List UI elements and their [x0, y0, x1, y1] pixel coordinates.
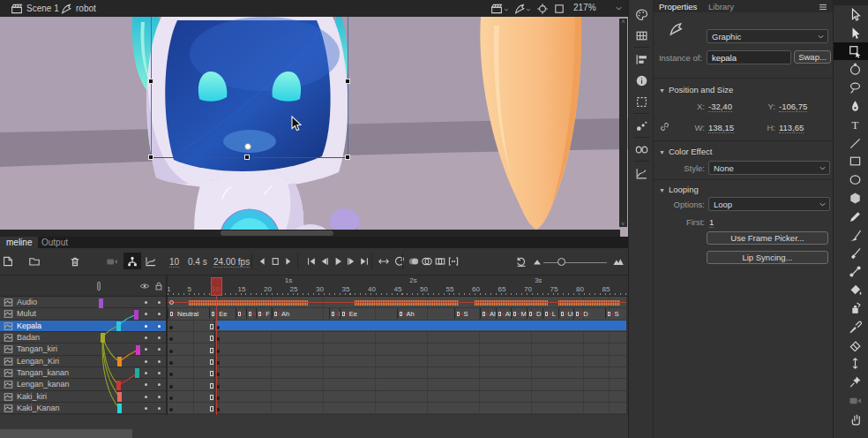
frame-ruler[interactable]: 1s2s3s 151015202530354045505560657075808… [168, 276, 626, 297]
lip-sync-segment[interactable]: Ah [496, 308, 512, 318]
text-tool[interactable]: T [834, 116, 868, 134]
layer-parent-swatch[interactable] [117, 392, 122, 402]
lip-sync-segment[interactable]: L [542, 308, 558, 318]
symbol-type-dropdown[interactable]: Graphic [707, 29, 828, 43]
layer-parent-swatch[interactable] [136, 345, 140, 355]
layer-visibility-dot[interactable] [145, 348, 147, 351]
timeline-zoom-knob[interactable] [557, 258, 565, 266]
lock-column-icon[interactable] [153, 281, 164, 291]
layer-row-tangan_kiri[interactable]: Tangan_kiri [0, 344, 166, 355]
layer-visibility-dot[interactable] [145, 325, 147, 328]
edit-multiple-frames-button[interactable] [434, 255, 446, 268]
pen-tool[interactable] [834, 97, 868, 116]
timeline-zoom-out-icon[interactable] [531, 255, 543, 268]
lip-syncing-button[interactable]: Lip Syncing... [707, 251, 828, 264]
layer-visibility-dot[interactable] [145, 396, 147, 398]
edit-scene-chevron-icon[interactable] [503, 6, 510, 13]
lip-sync-segment[interactable]: D [573, 308, 604, 318]
layer-lock-dot[interactable] [158, 325, 161, 328]
frames-grid[interactable]: NeutralEeDEFAhDEeAhSAhAhMDLUhDS [168, 297, 626, 415]
layer-lock-dot[interactable] [158, 360, 161, 363]
subselection-tool[interactable] [834, 24, 868, 42]
swatches-panel-button[interactable] [629, 25, 654, 46]
selection-tool[interactable] [834, 5, 868, 24]
lip-sync-segment[interactable]: Ee [209, 308, 236, 318]
stop-button[interactable] [269, 255, 281, 268]
layer-row-lengan_kiri[interactable]: Lengan_Kiri [0, 356, 166, 367]
layer-parent-swatch[interactable] [134, 310, 138, 320]
timeline-zoom-in-icon[interactable] [612, 255, 625, 268]
onion-skin-button[interactable] [408, 255, 420, 268]
layer-row-kaki_kanan[interactable]: Kaki_Kanan [0, 403, 166, 414]
frames-row-kepala[interactable] [168, 321, 626, 332]
color-style-dropdown[interactable]: None [708, 161, 830, 175]
edit-symbols-button[interactable] [513, 3, 526, 15]
lasso-tool[interactable] [834, 79, 868, 97]
center-stage-button[interactable] [536, 3, 549, 15]
new-layer-button[interactable] [2, 255, 14, 268]
tab-properties[interactable]: Properties [659, 2, 697, 11]
stage-canvas[interactable]: ˄˅ [0, 17, 628, 237]
lip-sync-segment[interactable]: S [605, 308, 626, 318]
layer-lock-dot[interactable] [158, 396, 161, 398]
frames-row-tangan_kiri[interactable] [168, 344, 626, 355]
frames-row-lengan_kiri[interactable] [168, 356, 626, 367]
layer-lock-dot[interactable] [158, 336, 161, 339]
show-graph-editor-button[interactable] [145, 255, 157, 268]
playhead-marker[interactable] [211, 277, 222, 296]
layer-parent-swatch[interactable] [116, 381, 121, 390]
clip-content-button[interactable] [553, 3, 565, 15]
layer-visibility-dot[interactable] [145, 313, 147, 315]
lip-sync-segment[interactable]: D [329, 308, 340, 318]
parenting-view-toggle[interactable] [123, 253, 141, 269]
frames-row-tangan_kanan[interactable] [168, 367, 626, 379]
layer-parent-swatch[interactable] [117, 357, 122, 366]
lip-sync-segment[interactable]: S [454, 308, 481, 318]
lip-sync-segment[interactable]: Ee [340, 308, 397, 318]
asset-warp-tool[interactable] [834, 373, 868, 391]
breadcrumb-scene[interactable]: Scene 1 [26, 4, 59, 13]
prev-keyframe-button[interactable] [318, 255, 331, 268]
stage-zoom-input[interactable]: 217% [570, 2, 610, 14]
tab-timeline[interactable]: meline [0, 237, 38, 248]
bone-tool[interactable] [834, 262, 868, 281]
layer-row-kepala[interactable]: Kepala [0, 321, 166, 332]
layer-visibility-dot[interactable] [145, 372, 147, 374]
timeline-bottom-scroll-area[interactable] [0, 429, 132, 438]
lip-sync-segment[interactable]: F [256, 308, 272, 318]
transform-point[interactable] [244, 143, 251, 150]
step-forward-button[interactable] [282, 255, 295, 268]
edit-symbols-chevron-icon[interactable] [525, 6, 532, 13]
new-folder-button[interactable] [28, 255, 41, 268]
x-value[interactable]: -32,40 [708, 102, 732, 112]
layer-parent-swatch[interactable] [99, 298, 103, 308]
color-effect-section-header[interactable]: ▼Color Effect [659, 147, 712, 156]
layer-row-lengan_kanan[interactable]: Lengan_kanan [0, 379, 166, 390]
line-tool[interactable] [834, 134, 868, 153]
selection-handle-bottom-left[interactable] [148, 155, 153, 160]
info-panel-button[interactable] [629, 70, 654, 91]
lip-sync-segment[interactable]: Ah [272, 308, 329, 318]
go-last-frame-button[interactable] [358, 255, 370, 268]
layer-row-tangan_kanan[interactable]: Tangan_kanan [0, 367, 166, 379]
layer-parent-swatch[interactable] [135, 368, 139, 378]
layer-visibility-dot[interactable] [145, 407, 147, 410]
layer-parent-swatch[interactable] [101, 333, 105, 343]
selection-box-left-edge[interactable] [151, 17, 152, 158]
polystar-tool[interactable] [834, 189, 868, 208]
layer-lock-dot[interactable] [158, 301, 161, 304]
hscroll-thumb[interactable] [221, 230, 333, 236]
stage-vertical-scrollbar[interactable]: ˄˅ [619, 19, 627, 227]
first-frame-value[interactable]: 1 [709, 217, 714, 228]
looping-options-dropdown[interactable]: Loop [708, 197, 830, 211]
width-tool[interactable] [834, 354, 868, 373]
selection-handle-right[interactable] [345, 79, 350, 84]
layer-visibility-dot[interactable] [145, 336, 147, 339]
lip-sync-segment[interactable]: Ah [397, 308, 454, 318]
swap-button[interactable]: Swap... [794, 50, 831, 64]
go-first-frame-button[interactable] [305, 255, 318, 268]
layer-lock-dot[interactable] [158, 407, 161, 410]
cc-libraries-panel-button[interactable] [629, 139, 654, 160]
next-keyframe-button[interactable] [345, 255, 357, 268]
classic-brush-tool[interactable] [834, 244, 868, 262]
